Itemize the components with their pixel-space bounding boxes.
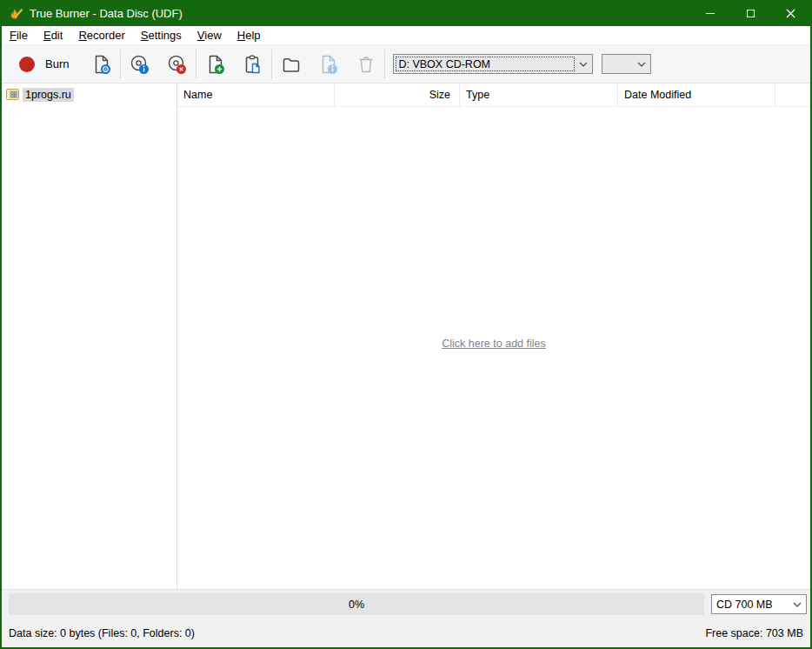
- file-list-body[interactable]: Click here to add files: [177, 107, 810, 589]
- menu-edit[interactable]: Edit: [36, 27, 70, 43]
- status-data-size: Data size: 0 bytes (Files: 0, Folders: 0…: [9, 627, 195, 639]
- burn-icon: [19, 57, 35, 72]
- erase-disc-icon: [167, 54, 188, 75]
- toolbar: Burn: [2, 45, 810, 84]
- disc-root-icon: [6, 89, 19, 100]
- column-header-type[interactable]: Type: [460, 84, 618, 106]
- flame-pencil-icon: [9, 6, 23, 21]
- burn-button[interactable]: Burn: [10, 48, 83, 81]
- column-header-name[interactable]: Name: [177, 84, 335, 106]
- disc-size-select-value: CD 700 MB: [712, 599, 789, 611]
- chevron-down-icon: [575, 55, 592, 73]
- tree-root-label: 1progs.ru: [23, 88, 74, 102]
- new-folder-button[interactable]: [272, 48, 309, 81]
- column-header-spacer: [775, 84, 810, 106]
- delete-button[interactable]: [347, 48, 384, 81]
- burn-button-label: Burn: [45, 57, 69, 70]
- progress-row: 0% CD 700 MB: [2, 589, 810, 619]
- statusbar: Data size: 0 bytes (Files: 0, Folders: 0…: [2, 619, 810, 647]
- speed-select[interactable]: [602, 54, 651, 74]
- paste-button[interactable]: [234, 48, 271, 81]
- delete-icon: [356, 54, 376, 75]
- minimize-button[interactable]: [690, 0, 730, 26]
- minimize-icon: [706, 13, 715, 14]
- add-files-button[interactable]: [196, 48, 234, 81]
- recorder-select[interactable]: D: VBOX CD-ROM: [393, 54, 593, 74]
- column-header-size[interactable]: Size: [335, 84, 460, 106]
- disc-usage-progressbar: 0%: [9, 593, 704, 615]
- disc-info-icon: [130, 54, 150, 75]
- menu-recorder[interactable]: Recorder: [70, 27, 132, 43]
- column-header-date-modified[interactable]: Date Modified: [618, 84, 775, 106]
- tree-root-item[interactable]: 1progs.ru: [2, 86, 176, 103]
- menubar: File Edit Recorder Settings View Help: [2, 26, 810, 45]
- progress-percent: 0%: [349, 599, 364, 611]
- menu-help[interactable]: Help: [230, 27, 269, 43]
- maximize-icon: [747, 10, 755, 17]
- file-list: Name Size Type Date Modified Click here …: [177, 84, 810, 589]
- content-area: 1progs.ru Name Size Type Date Modified C…: [2, 84, 810, 589]
- new-folder-icon: [281, 54, 302, 75]
- toolbar-separator: [384, 50, 385, 79]
- file-info-button[interactable]: [309, 48, 347, 81]
- disc-info-button[interactable]: [121, 48, 158, 81]
- add-files-icon: [205, 54, 226, 75]
- close-icon: [786, 9, 795, 18]
- titlebar: True Burner - Data Disc (UDF): [2, 0, 810, 26]
- erase-disc-button[interactable]: [158, 48, 196, 81]
- menu-view[interactable]: View: [190, 27, 230, 43]
- status-free-space: Free space: 703 MB: [705, 627, 803, 639]
- disc-size-select[interactable]: CD 700 MB: [711, 594, 807, 614]
- compilation-tree: 1progs.ru: [2, 84, 177, 589]
- file-info-icon: [318, 54, 339, 75]
- close-button[interactable]: [770, 0, 810, 26]
- menu-file[interactable]: File: [2, 27, 36, 43]
- chevron-down-icon: [789, 602, 806, 607]
- burn-image-button[interactable]: [83, 48, 120, 81]
- add-files-link[interactable]: Click here to add files: [442, 338, 546, 350]
- menu-settings[interactable]: Settings: [133, 27, 190, 43]
- window-title: True Burner - Data Disc (UDF): [30, 7, 690, 20]
- app-window: True Burner - Data Disc (UDF) File Edit …: [0, 0, 812, 649]
- burn-image-icon: [91, 54, 112, 75]
- maximize-button[interactable]: [730, 0, 770, 26]
- chevron-down-icon: [633, 55, 650, 73]
- file-list-header: Name Size Type Date Modified: [177, 84, 810, 107]
- recorder-select-value: D: VBOX CD-ROM: [394, 58, 575, 70]
- paste-icon: [243, 54, 263, 75]
